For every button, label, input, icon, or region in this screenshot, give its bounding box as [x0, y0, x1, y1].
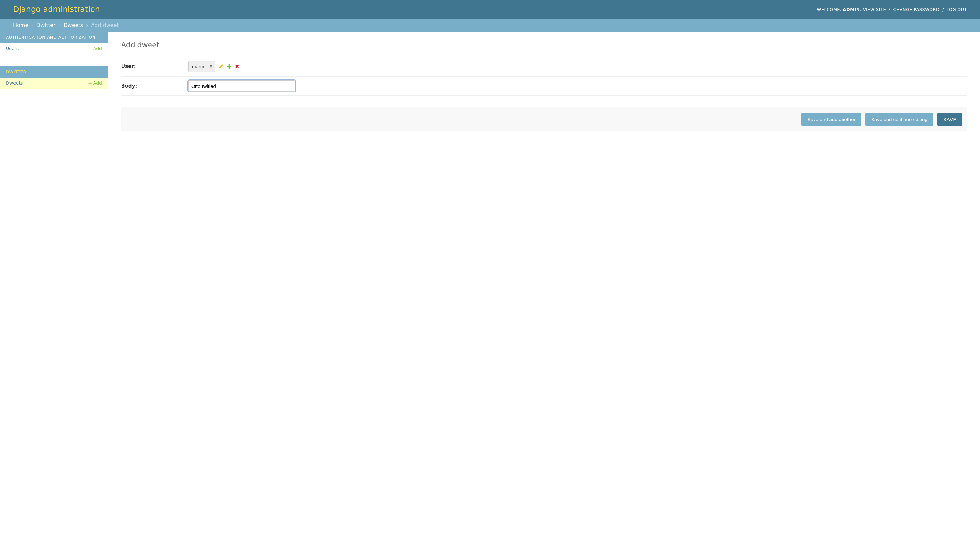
branding: Django administration — [13, 5, 100, 14]
view-site-link[interactable]: VIEW SITE — [863, 7, 886, 13]
model-add-users[interactable]: + Add — [88, 46, 102, 51]
breadcrumb-separator: › — [30, 22, 35, 29]
page-title: Add dweet — [121, 41, 967, 49]
label-body: Body: — [121, 83, 188, 89]
model-add-dweets[interactable]: + Add — [88, 81, 102, 86]
breadcrumb-app[interactable]: Dwitter — [37, 22, 56, 29]
add-related-icon[interactable]: ✚ — [227, 63, 232, 70]
edit-related-icon[interactable] — [218, 64, 223, 69]
form-row-body: Body: — [121, 76, 967, 96]
delete-related-icon[interactable]: ✖ — [235, 64, 239, 70]
save-add-another-button[interactable]: Save and add another — [802, 113, 861, 126]
username: ADMIN — [843, 7, 860, 12]
breadcrumb: Home › Dwitter › Dweets › Add dweet — [0, 19, 980, 32]
app-module-dwitter: DWITTER Dweets + Add — [0, 66, 108, 89]
submit-row: Save and add another Save and continue e… — [121, 108, 967, 131]
branding-link[interactable]: Django administration — [13, 5, 100, 14]
logout-link[interactable]: LOG OUT — [947, 7, 967, 13]
breadcrumb-separator: › — [85, 22, 89, 29]
user-select[interactable]: martin — [188, 60, 215, 72]
welcome-text: WELCOME, — [817, 7, 842, 12]
model-link-users[interactable]: Users — [6, 46, 19, 51]
admin-header: Django administration WELCOME, ADMIN. VI… — [0, 0, 980, 19]
app-module-auth: AUTHENTICATION AND AUTHORIZATION Users +… — [0, 32, 108, 54]
user-tools: WELCOME, ADMIN. VIEW SITE / CHANGE PASSW… — [817, 7, 967, 12]
select-wrap-user: martin — [188, 60, 215, 72]
breadcrumb-home[interactable]: Home — [13, 22, 29, 29]
model-row-users: Users + Add — [0, 43, 108, 54]
label-user: User: — [121, 64, 188, 69]
model-add-label: Add — [93, 46, 102, 51]
app-caption-dwitter: DWITTER — [0, 66, 108, 78]
plus-icon: + — [88, 46, 92, 51]
separator: / — [888, 7, 892, 12]
breadcrumb-separator: › — [57, 22, 62, 29]
form-row-user: User: martin ✚ ✖ — [121, 57, 967, 76]
content: Add dweet User: martin ✚ ✖ — [108, 32, 980, 549]
model-add-label: Add — [93, 81, 102, 86]
body-input[interactable] — [188, 81, 295, 92]
nav-sidebar: AUTHENTICATION AND AUTHORIZATION Users +… — [0, 32, 108, 549]
plus-icon: + — [88, 81, 92, 86]
breadcrumb-current: Add dweet — [91, 22, 119, 29]
model-row-dweets: Dweets + Add — [0, 78, 108, 89]
breadcrumb-model[interactable]: Dweets — [64, 22, 83, 29]
save-button[interactable]: SAVE — [937, 113, 963, 126]
change-password-link[interactable]: CHANGE PASSWORD — [893, 7, 939, 13]
separator: / — [941, 7, 945, 12]
app-caption-auth: AUTHENTICATION AND AUTHORIZATION — [0, 32, 108, 43]
app-caption-link-dwitter[interactable]: DWITTER — [6, 69, 26, 74]
app-caption-link-auth[interactable]: AUTHENTICATION AND AUTHORIZATION — [6, 35, 95, 40]
model-link-dweets[interactable]: Dweets — [6, 81, 23, 86]
save-continue-button[interactable]: Save and continue editing — [865, 113, 934, 126]
